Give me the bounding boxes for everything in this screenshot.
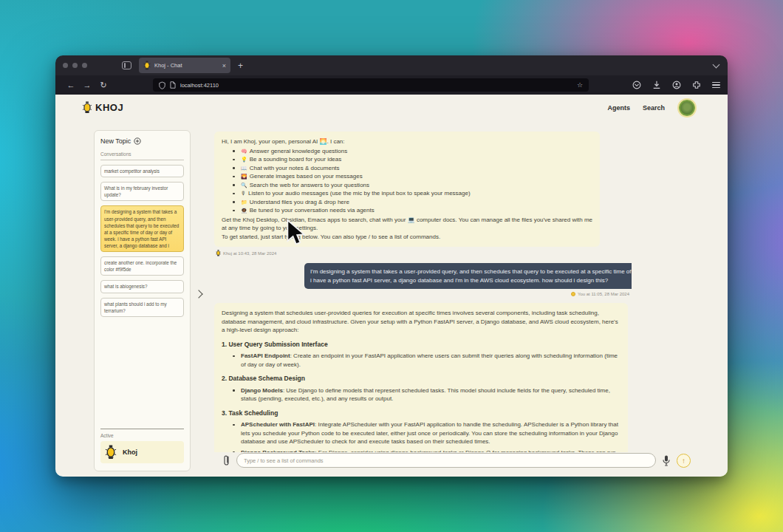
conversation-item[interactable]: what plants should i add to my terrarium… xyxy=(100,298,184,317)
downloads-icon[interactable] xyxy=(652,81,661,89)
conversation-item[interactable]: I'm designing a system that takes a user… xyxy=(100,205,184,252)
khoj-agent-lantern-icon xyxy=(105,445,117,460)
khoj-app: KHOJ Agents Search New Topic Conversatio… xyxy=(55,95,728,477)
welcome-bullet: 🧠Answer general knowledge questions xyxy=(239,147,592,156)
pocket-icon[interactable] xyxy=(632,81,641,89)
new-topic-button[interactable]: New Topic xyxy=(100,137,184,145)
conversation-list: market competitor analysisWhat is in my … xyxy=(100,165,184,317)
welcome-bullets: 🧠Answer general knowledge questions💡Be a… xyxy=(239,147,592,215)
extensions-icon[interactable] xyxy=(692,81,701,89)
welcome-bullet: 🎙Listen to your audio messages (use the … xyxy=(239,189,592,198)
bullet-emoji-icon: 🎙 xyxy=(241,189,246,198)
conversation-item[interactable]: market competitor analysis xyxy=(100,165,184,177)
response-sections: 1. User Query Submission InterfaceFastAP… xyxy=(222,341,620,453)
page-info-icon[interactable] xyxy=(170,81,176,89)
shield-icon[interactable] xyxy=(159,81,165,89)
welcome-outro-2: To get started, just start typing below.… xyxy=(222,233,592,242)
desktop-wallpaper: Khoj - Chat × + ← → ↻ localhost:42110 ☆ xyxy=(0,0,783,532)
response-bullet-list: APScheduler with FastAPI: Integrate APSc… xyxy=(239,420,620,452)
ai-response-message: Designing a system that schedules user-p… xyxy=(214,303,628,452)
welcome-bullet: 📁Understand files you drag & drop here xyxy=(239,198,592,207)
conversations-label: Conversations xyxy=(100,151,184,160)
ai-message-timestamp: Khoj at 10:43, 28 Mar 2024 xyxy=(216,250,632,256)
window-minimize-button[interactable] xyxy=(72,63,78,68)
ai-timestamp-text: Khoj at 10:43, 28 Mar 2024 xyxy=(223,251,276,256)
welcome-outro: Get the Khoj Desktop, Obsidian, Emacs ap… xyxy=(222,216,592,233)
response-bullet: Django Models: Use Django to define mode… xyxy=(239,386,620,403)
bullet-emoji-icon: 👩🏾‍🚀 xyxy=(241,206,247,215)
app-header: KHOJ Agents Search xyxy=(55,95,728,124)
bullet-emoji-icon: 🔍 xyxy=(241,181,247,190)
khoj-logo-text: KHOJ xyxy=(95,102,123,113)
tab-list-chevron-icon[interactable] xyxy=(713,61,720,68)
nav-agents-link[interactable]: Agents xyxy=(607,104,630,112)
window-close-button[interactable] xyxy=(63,63,68,68)
response-bullet: FastAPI Endpoint: Create an endpoint in … xyxy=(239,352,620,369)
welcome-bullet: 💡Be a sounding board for your ideas xyxy=(239,155,592,164)
ai-welcome-message: Hi, I am Khoj, your open, personal AI 🌅.… xyxy=(214,132,600,247)
sidebar-footer: Active Khoj xyxy=(100,429,184,463)
back-button[interactable]: ← xyxy=(63,81,79,89)
reload-button[interactable]: ↻ xyxy=(95,81,112,90)
user-timestamp-icon xyxy=(571,292,575,296)
user-message-text: I'm designing a system that takes a user… xyxy=(310,268,632,284)
active-label: Active xyxy=(100,433,184,438)
chat-input[interactable] xyxy=(244,457,649,464)
bookmark-star-icon[interactable]: ☆ xyxy=(577,81,583,89)
bullet-emoji-icon: 📁 xyxy=(241,198,247,207)
bullet-emoji-icon: 🌄 xyxy=(241,172,247,181)
browser-tab-bar: Khoj - Chat × + xyxy=(55,55,728,75)
attach-file-icon[interactable] xyxy=(222,454,230,467)
user-message: I'm designing a system that takes a user… xyxy=(304,263,632,289)
bullet-emoji-icon: 💡 xyxy=(241,155,247,164)
url-bar[interactable]: localhost:42110 ☆ xyxy=(153,78,589,92)
welcome-bullet: 👩🏾‍🚀Be tuned to your conversation needs … xyxy=(239,206,592,215)
khoj-timestamp-icon xyxy=(216,250,221,256)
response-bullet: APScheduler with FastAPI: Integrate APSc… xyxy=(239,420,620,446)
window-maximize-button[interactable] xyxy=(82,63,87,68)
microphone-icon[interactable] xyxy=(662,454,671,467)
new-topic-label: New Topic xyxy=(100,137,131,145)
url-text[interactable]: localhost:42110 xyxy=(180,82,219,89)
sidebar-collapse-chevron[interactable] xyxy=(194,290,202,298)
khoj-logo[interactable]: KHOJ xyxy=(82,101,123,114)
active-agent-item[interactable]: Khoj xyxy=(100,441,184,463)
chat-message-list[interactable]: Hi, I am Khoj, your open, personal AI 🌅.… xyxy=(214,132,632,452)
new-tab-button[interactable]: + xyxy=(238,61,243,71)
tab-close-icon[interactable]: × xyxy=(222,62,226,69)
khoj-favicon-icon xyxy=(143,61,151,70)
browser-toolbar: ← → ↻ localhost:42110 ☆ xyxy=(55,75,728,95)
chat-input-field[interactable] xyxy=(236,453,656,468)
response-bullet-list: Django Models: Use Django to define mode… xyxy=(239,386,620,403)
welcome-bullet: 🌄Generate images based on your messages xyxy=(239,172,592,181)
browser-tab[interactable]: Khoj - Chat × xyxy=(139,58,230,73)
plus-circle-icon xyxy=(134,137,141,145)
khoj-lantern-icon xyxy=(82,101,92,114)
conversation-item[interactable]: create another one. incorporate the colo… xyxy=(100,256,184,276)
response-bullet-list: FastAPI Endpoint: Create an endpoint in … xyxy=(239,352,620,369)
tab-title: Khoj - Chat xyxy=(154,62,219,69)
conversation-item[interactable]: what is abiogenesis? xyxy=(100,280,184,293)
user-avatar[interactable] xyxy=(679,100,695,116)
browser-window: Khoj - Chat × + ← → ↻ localhost:42110 ☆ xyxy=(55,55,728,477)
menu-icon[interactable] xyxy=(712,82,720,89)
firefox-view-icon[interactable] xyxy=(122,61,131,69)
welcome-bullet: 📖Chat with your notes & documents xyxy=(239,164,592,173)
welcome-bullet: 🔍Search the web for answers to your ques… xyxy=(239,181,592,190)
mouse-cursor xyxy=(284,219,307,247)
bullet-emoji-icon: 📖 xyxy=(241,164,247,173)
user-message-timestamp: You at 11:05, 28 Mar 2024 xyxy=(216,292,629,296)
conversation-sidebar: New Topic Conversations market competito… xyxy=(94,130,191,471)
nav-search-link[interactable]: Search xyxy=(643,104,665,112)
account-icon[interactable] xyxy=(672,81,681,89)
toolbar-right-icons xyxy=(632,81,720,89)
forward-button[interactable]: → xyxy=(79,81,95,89)
user-timestamp-text: You at 11:05, 28 Mar 2024 xyxy=(578,292,629,296)
active-agent-name: Khoj xyxy=(123,449,137,456)
welcome-intro: Hi, I am Khoj, your open, personal AI 🌅.… xyxy=(222,137,592,146)
bullet-emoji-icon: 🧠 xyxy=(241,147,247,156)
send-button[interactable]: ↑ xyxy=(677,454,691,468)
conversation-item[interactable]: What is in my february investor update? xyxy=(100,182,184,201)
chat-input-bar: ↑ xyxy=(222,452,691,468)
window-controls[interactable] xyxy=(63,63,87,68)
